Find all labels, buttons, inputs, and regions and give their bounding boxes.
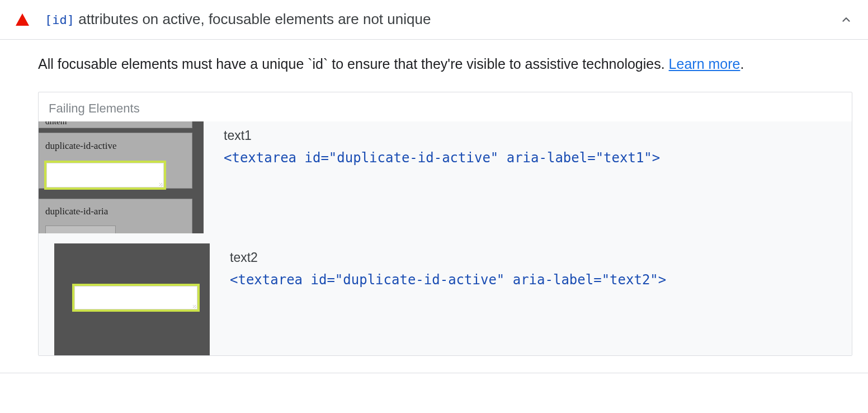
audit-header-toggle[interactable]: [id] attributes on active, focusable ele… [0,0,868,40]
element-thumbnail: dlitem duplicate-id-active duplicate-id-… [39,121,204,233]
thumb-highlight-front [44,161,166,190]
thumb-highlight-front [72,284,200,312]
audit-item: [id] attributes on active, focusable ele… [0,0,868,373]
failing-elements-panel: Failing Elements dlitem duplicate-id-act… [38,92,852,356]
audit-description-text: All focusable elements must have a uniqu… [38,56,669,72]
failing-element-label: text1 [224,128,852,143]
audit-description: All focusable elements must have a uniqu… [38,54,852,74]
error-triangle-icon [16,13,29,26]
element-thumbnail [54,243,210,355]
audit-title-code: [id] [45,13,74,27]
failing-elements-list: dlitem duplicate-id-active duplicate-id-… [39,121,852,355]
failing-element-row[interactable]: text2 <textarea id="duplicate-id-active"… [39,243,852,355]
failing-elements-title: Failing Elements [39,92,852,121]
failing-element-label: text2 [230,250,852,265]
failing-element-info: text2 <textarea id="duplicate-id-active"… [230,243,852,288]
failing-element-code: <textarea id="duplicate-id-active" aria-… [224,150,852,166]
failing-element-code: <textarea id="duplicate-id-active" aria-… [230,272,852,288]
learn-more-link[interactable]: Learn more [669,56,740,72]
audit-title: [id] attributes on active, focusable ele… [45,10,840,29]
audit-body: All focusable elements must have a uniqu… [0,40,868,373]
audit-description-period: . [740,56,744,72]
audit-title-text: attributes on active, focusable elements… [74,11,431,27]
failing-element-row[interactable]: dlitem duplicate-id-active duplicate-id-… [39,121,852,233]
failing-element-info: text1 <textarea id="duplicate-id-active"… [224,121,852,166]
chevron-up-icon [840,13,852,26]
